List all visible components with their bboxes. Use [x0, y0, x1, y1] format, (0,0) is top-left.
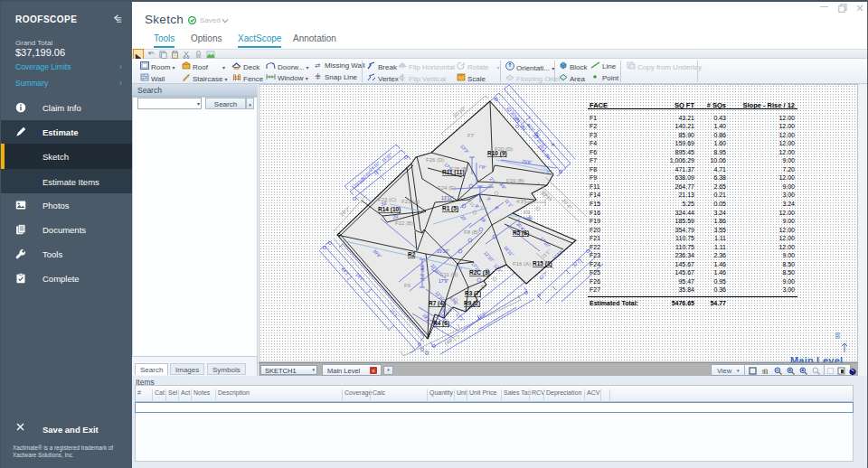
- svg-text:F9: F9: [524, 210, 531, 215]
- svg-text:R5 (8): R5 (8): [513, 229, 529, 237]
- svg-text:F24 (E): F24 (E): [438, 185, 456, 191]
- svg-text:F19 (B): F19 (B): [506, 178, 524, 183]
- svg-text:R2: R2: [408, 251, 416, 257]
- svg-text:4'3": 4'3": [516, 199, 525, 204]
- svg-text:44'1": 44'1": [340, 267, 351, 277]
- svg-text:R9 (2): R9 (2): [464, 300, 480, 307]
- svg-text:20'10": 20'10": [452, 105, 467, 118]
- svg-text:F11 (B): F11 (B): [440, 272, 458, 277]
- svg-text:2'1": 2'1": [420, 274, 425, 282]
- svg-text:13'11": 13'11": [441, 195, 454, 201]
- svg-text:F23 (C): F23 (C): [378, 197, 396, 202]
- svg-text:21'1": 21'1": [389, 308, 400, 319]
- svg-text:F6: F6: [404, 283, 411, 288]
- svg-text:12'2": 12'2": [476, 311, 487, 321]
- svg-text:R14 (10): R14 (10): [378, 206, 401, 213]
- svg-text:F22 (B): F22 (B): [395, 220, 413, 226]
- svg-text:R3 (7): R3 (7): [465, 290, 481, 297]
- svg-text:F26 (D): F26 (D): [426, 157, 444, 163]
- svg-text:7'8": 7'8": [478, 164, 486, 170]
- svg-text:19'2": 19'2": [339, 206, 352, 218]
- svg-text:R2C (3): R2C (3): [469, 269, 490, 276]
- svg-text:F7: F7: [467, 133, 475, 138]
- svg-text:R15 (1): R15 (1): [533, 260, 552, 267]
- svg-text:R11 (11): R11 (11): [442, 169, 465, 176]
- svg-text:33': 33': [457, 265, 464, 271]
- svg-text:R10 (9): R10 (9): [487, 150, 507, 157]
- svg-text:R7 (4): R7 (4): [429, 300, 445, 307]
- svg-text:F21 (A): F21 (A): [401, 199, 420, 204]
- svg-text:19'10": 19'10": [437, 248, 449, 254]
- svg-text:17'9": 17'9": [439, 278, 448, 284]
- svg-text:32'7": 32'7": [571, 257, 582, 268]
- svg-text:R4 (6): R4 (6): [433, 320, 449, 327]
- svg-text:26'4": 26'4": [561, 198, 572, 211]
- svg-text:F8 (B): F8 (B): [464, 229, 479, 235]
- svg-text:R1 (5): R1 (5): [442, 205, 458, 212]
- svg-text:3'6": 3'6": [420, 265, 425, 273]
- svg-text:F16 (A): F16 (A): [513, 261, 531, 267]
